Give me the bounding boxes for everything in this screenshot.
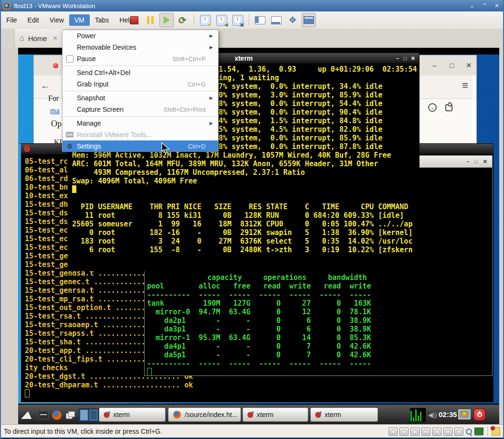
xterm-maximize-button[interactable]: □ — [403, 55, 407, 61]
snapshot-take-icon[interactable]: ✦ — [198, 13, 212, 27]
menu-separator — [63, 115, 218, 118]
back-icon[interactable]: ← — [41, 80, 50, 91]
snapshot-revert-icon[interactable]: ◀ — [214, 13, 229, 27]
firefox-page-link[interactable]: ma — [50, 107, 60, 115]
reset-icon[interactable]: ⟳ — [176, 13, 190, 27]
power-button-icon[interactable] — [473, 408, 486, 421]
cpu-graph-icon — [410, 408, 426, 422]
lock-screen-icon[interactable] — [458, 409, 471, 419]
firefox-page-text: Op — [51, 119, 62, 129]
vm-menu-item-removable-devices[interactable]: Removable Devices▶ — [63, 42, 218, 53]
menu-file[interactable]: File — [1, 14, 22, 26]
hamburger-menu-icon[interactable]: ≡ — [462, 79, 468, 92]
vm-menu-item-pause[interactable]: PauseShift+Ctrl+P — [63, 53, 218, 64]
menu-view[interactable]: View — [44, 14, 69, 26]
tab-close-icon[interactable]: ✕ — [53, 35, 58, 42]
vm-menu-item-capture-screen[interactable]: Capture ScreenShift+Ctrl+Print — [63, 104, 218, 115]
toolbar-separator — [194, 14, 194, 26]
home-icon: ⌂ — [20, 34, 24, 43]
vm-taskbar: xterm/source/index.ht...xtermxterm ◀)) 0… — [18, 404, 499, 424]
menu-separator — [63, 90, 218, 92]
pause-checkbox[interactable] — [66, 55, 74, 63]
zpool-maximize-button[interactable]: □ — [474, 159, 478, 164]
firefox-red-badge-icon — [53, 63, 58, 68]
firefox-close-button[interactable]: ✕ — [466, 61, 472, 70]
mouse-cursor — [161, 142, 172, 155]
menu-vm[interactable]: VM — [69, 14, 90, 26]
taskbar-task-4[interactable]: xterm — [310, 407, 378, 422]
status-bar: To direct input to this VM, click inside… — [1, 424, 504, 438]
power-on-icon[interactable] — [159, 13, 174, 27]
sound-icon[interactable] — [465, 428, 472, 435]
firefox-page-text: For — [48, 94, 59, 103]
network-adapter-icon[interactable] — [474, 428, 483, 435]
terminal-cursor — [147, 368, 152, 376]
vm-menu-item-power[interactable]: Power▶ — [63, 30, 218, 42]
vmware-logo-icon — [3, 2, 10, 10]
vm-menu-item-settings[interactable]: ⚙SettingsCtrl+D — [63, 140, 218, 152]
freebsd-daemon-icon — [24, 146, 30, 152]
terminal-cursor — [72, 185, 76, 193]
taskbar-task-3[interactable]: xterm — [242, 407, 308, 422]
vmware-workstation-window: fbsd13 - VMware Workstation ⌄ ⌃ ✕ FileEd… — [0, 0, 504, 439]
zpool-close-button[interactable]: ✕ — [483, 159, 487, 165]
firefox-icon[interactable] — [51, 408, 63, 422]
vm-menu-dropdown: Power▶Removable Devices▶PauseShift+Ctrl+… — [62, 30, 219, 151]
hard-disk-icon[interactable] — [443, 428, 452, 436]
vm-clock: 02:35 — [439, 410, 457, 418]
toolbar-separator — [249, 14, 249, 26]
vm-menu-item-grab-input[interactable]: Grab InputCtrl+G — [63, 78, 218, 90]
menu-tabs[interactable]: Tabs — [90, 14, 115, 26]
zpool-minimize-button[interactable]: – — [466, 159, 469, 164]
extensions-puzzle-icon[interactable] — [445, 104, 452, 111]
unity-view-icon[interactable] — [302, 13, 316, 27]
taskbar-task-1[interactable]: xterm — [99, 407, 166, 422]
xterm-minimize-button[interactable]: – — [396, 55, 399, 61]
power-off-icon[interactable] — [127, 13, 141, 27]
workspace-switcher-icon[interactable] — [78, 408, 99, 422]
status-separator — [487, 427, 488, 436]
xterm-icon — [248, 412, 253, 418]
speaker-icon[interactable]: ◀)) — [428, 411, 437, 418]
maximize-button[interactable]: ⌃ — [482, 2, 487, 9]
hard-disk-icon[interactable] — [399, 428, 409, 436]
xterm-close-button[interactable]: ✕ — [411, 55, 415, 62]
settings-gear-icon: ⚙ — [67, 142, 73, 150]
status-message: To direct input to this VM, click inside… — [4, 428, 162, 435]
xfce-menu-icon[interactable] — [21, 408, 33, 422]
library-panel-icon[interactable] — [253, 13, 267, 27]
firefox-minimize-button[interactable]: – — [432, 61, 436, 69]
message-log-icon[interactable] — [492, 427, 500, 436]
vm-menu-item-send-ctrl-alt-del[interactable]: Send Ctrl+Alt+Del — [63, 67, 218, 78]
window-list-icon[interactable] — [64, 408, 76, 422]
title-bar[interactable]: fbsd13 - VMware Workstation ⌄ ⌃ ✕ — [1, 0, 504, 12]
hard-disk-icon[interactable] — [421, 428, 430, 436]
fit-screen-icon[interactable]: ✥ — [285, 13, 300, 27]
hard-disk-icon[interactable] — [432, 428, 441, 436]
close-button[interactable]: ✕ — [494, 2, 499, 9]
zpool-iostat-text: capacity operations bandwidth pool alloc… — [147, 273, 371, 368]
pocket-icon[interactable]: ⌄ — [428, 103, 437, 112]
vm-menu-item-snapshot[interactable]: Snapshot▶ — [63, 92, 218, 104]
file-manager-icon[interactable] — [37, 408, 50, 422]
menu-separator — [63, 64, 218, 67]
taskbar-task-2[interactable]: /source/index.ht... — [168, 407, 241, 422]
thumbnail-bar-icon[interactable] — [269, 13, 284, 27]
minimize-button[interactable]: ⌄ — [470, 2, 474, 9]
menu-edit[interactable]: Edit — [22, 14, 44, 26]
vm-menu-item-manage[interactable]: Manage▶ — [63, 118, 218, 129]
tab-home[interactable]: ⌂ Home ✕ — [14, 29, 67, 48]
hard-disk-icon[interactable] — [410, 428, 420, 436]
xterm-icon — [315, 412, 321, 418]
firefox-icon — [173, 411, 181, 418]
window-title: fbsd13 - VMware Workstation — [14, 2, 95, 10]
suspend-icon[interactable] — [143, 13, 158, 27]
hard-disk-icon[interactable] — [388, 428, 398, 436]
xterm-icon — [104, 412, 110, 418]
firefox-maximize-button[interactable]: □ — [450, 61, 454, 69]
hard-disk-icon[interactable] — [454, 428, 463, 436]
vm-menu-item-reinstall-vmware-tools[interactable]: vmReinstall VMware Tools... — [63, 129, 218, 140]
tab-home-label: Home — [28, 34, 47, 43]
snapshot-manager-icon[interactable]: ▣ — [231, 13, 245, 27]
vmware-tools-icon: vm — [66, 132, 74, 138]
